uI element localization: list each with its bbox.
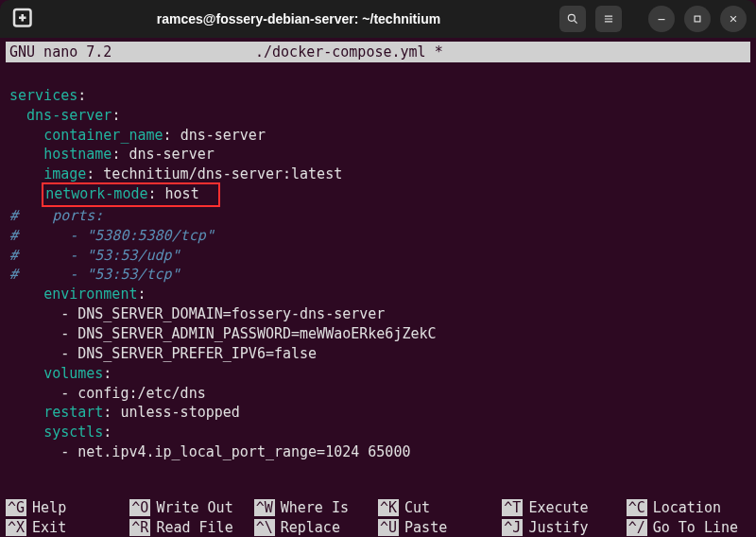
svg-rect-2 xyxy=(695,16,700,22)
editor-content[interactable]: services: dns-server: container_name: dn… xyxy=(0,62,756,462)
shortcut-location: ^CLocation xyxy=(627,497,750,517)
code-line: restart xyxy=(43,404,103,421)
code-line: sysctls xyxy=(43,424,103,441)
nano-app-label: GNU nano 7.2 xyxy=(9,43,255,61)
code-line: DNS_SERVER_DOMAIN=fossery-dns-server xyxy=(77,305,385,322)
code-line: environment xyxy=(43,286,137,303)
highlighted-line: network-mode: host xyxy=(42,182,220,207)
nano-shortcuts-bar: ^GHelp ^OWrite Out ^WWhere Is ^KCut ^TEx… xyxy=(0,497,756,537)
close-button[interactable] xyxy=(720,6,747,32)
shortcut-justify: ^JJustify xyxy=(502,517,626,537)
code-line: config:/etc/dns xyxy=(77,385,205,402)
code-line: # - "5380:5380/tcp" xyxy=(9,227,215,244)
minimize-button[interactable] xyxy=(648,6,675,32)
maximize-button[interactable] xyxy=(684,6,711,32)
code-line: dns-server xyxy=(26,107,112,124)
shortcut-help: ^GHelp xyxy=(6,497,129,517)
shortcut-go-to-line: ^/Go To Line xyxy=(627,517,750,537)
shortcut-write-out: ^OWrite Out xyxy=(129,497,253,517)
code-line: container_name xyxy=(43,127,163,144)
code-line: DNS_SERVER_ADMIN_PASSWORD=meWWaoERke6jZe… xyxy=(77,325,436,342)
shortcut-execute: ^TExecute xyxy=(502,497,626,517)
shortcut-where-is: ^WWhere Is xyxy=(254,497,378,517)
shortcut-replace: ^\Replace xyxy=(254,517,378,537)
code-line: # - "53:53/udp" xyxy=(9,247,180,264)
shortcut-paste: ^UPaste xyxy=(378,517,502,537)
new-tab-button[interactable] xyxy=(9,5,38,33)
code-line: DNS_SERVER_PREFER_IPV6=false xyxy=(77,345,317,362)
nano-file-label: ./docker-compose.yml * xyxy=(255,43,747,61)
shortcut-cut: ^KCut xyxy=(378,497,502,517)
window-titlebar: ramces@fossery-debian-server: ~/techniti… xyxy=(0,0,756,38)
shortcut-exit: ^XExit xyxy=(6,517,129,537)
code-line: net.ipv4.ip_local_port_range=1024 65000 xyxy=(77,443,410,460)
code-line: services xyxy=(9,87,77,104)
code-line: hostname xyxy=(43,146,112,163)
code-line: volumes xyxy=(43,365,103,382)
code-line: # - "53:53/tcp" xyxy=(9,266,180,283)
search-button[interactable] xyxy=(559,6,586,32)
code-line: image xyxy=(43,165,86,182)
code-line: # ports: xyxy=(9,207,103,224)
nano-header-bar: GNU nano 7.2 ./docker-compose.yml * xyxy=(6,42,750,62)
svg-point-1 xyxy=(568,14,575,21)
window-title: ramces@fossery-debian-server: ~/techniti… xyxy=(38,11,559,26)
menu-button[interactable] xyxy=(595,6,622,32)
shortcut-read-file: ^RRead File xyxy=(129,517,253,537)
